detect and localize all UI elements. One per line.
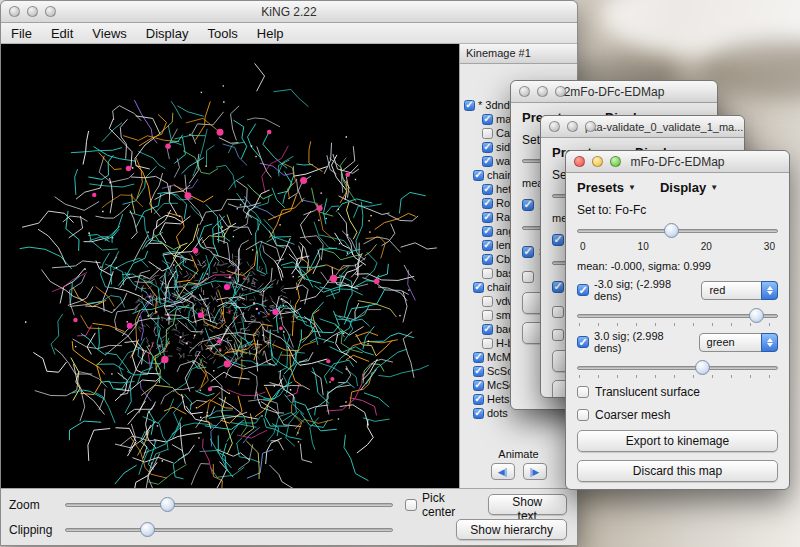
slider-thumb[interactable] (749, 308, 764, 323)
main-titlebar[interactable]: KiNG 2.22 (1, 1, 577, 23)
slider-track (577, 314, 778, 318)
close-button[interactable] (549, 121, 560, 132)
kinemage-tab[interactable]: Kinemage #1 (460, 44, 577, 64)
sigma-checkbox[interactable]: ✓ (552, 234, 564, 246)
checkbox[interactable]: ✓ (473, 380, 484, 391)
minimize-button[interactable] (567, 121, 578, 132)
minimize-button[interactable] (537, 86, 548, 97)
translucent-checkbox[interactable] (552, 306, 564, 318)
zoom-button[interactable] (45, 6, 56, 17)
checkbox[interactable]: ✓ (482, 254, 493, 265)
close-button[interactable] (519, 86, 530, 97)
pick-center-label: Pick center (422, 491, 480, 519)
pos-sigma-row: ✓ 3.0 sig; (2.998 dens) green (577, 330, 778, 354)
menu-tools[interactable]: Tools (207, 26, 237, 41)
checkbox[interactable] (482, 310, 493, 321)
menu-views[interactable]: Views (92, 26, 126, 41)
tick-marks (579, 323, 776, 326)
slider-thumb[interactable] (160, 497, 175, 512)
sigma-checkbox[interactable]: ✓ (552, 281, 564, 293)
menu-display[interactable]: Display (146, 26, 189, 41)
window-controls (519, 81, 566, 102)
slider-track (65, 503, 393, 507)
checkbox[interactable]: ✓ (482, 226, 493, 237)
menu-help[interactable]: Help (257, 26, 284, 41)
show-hierarchy-button[interactable]: Show hierarchy (456, 519, 567, 540)
pick-center-checkbox[interactable] (405, 499, 417, 511)
titlebar[interactable]: pka-validate_0_validate_1_ma... (541, 116, 744, 138)
molecule-viewport[interactable] (1, 44, 459, 488)
translucent-checkbox[interactable] (522, 271, 534, 283)
checkbox[interactable]: ✓ (473, 408, 484, 419)
titlebar[interactable]: 2mFo-DFc-EDMap (511, 81, 717, 103)
checkbox[interactable]: ✓ (482, 156, 493, 167)
export-button[interactable]: Export to kinemage (577, 430, 778, 452)
checkbox[interactable] (482, 296, 493, 307)
popup-arrows-icon (761, 281, 778, 300)
neg-sigma-slider[interactable] (577, 308, 778, 324)
checkbox[interactable] (482, 268, 493, 279)
menu-edit[interactable]: Edit (51, 26, 73, 41)
molecule-render (1, 44, 459, 488)
menu-file[interactable]: File (11, 26, 32, 41)
titlebar[interactable]: mFo-DFc-EDMap (566, 151, 789, 173)
coarser-checkbox[interactable] (577, 409, 589, 421)
zoom-label: Zoom (9, 498, 57, 512)
show-text-button[interactable]: Show text (488, 494, 567, 515)
checkbox[interactable]: ✓ (473, 366, 484, 377)
checkbox[interactable]: ✓ (464, 100, 475, 111)
checkbox[interactable]: ✓ (482, 198, 493, 209)
zoom-button[interactable] (585, 121, 596, 132)
contour-slider[interactable] (577, 223, 778, 239)
clipping-slider[interactable] (65, 522, 393, 538)
zoom-button[interactable] (555, 86, 566, 97)
animate-back-button[interactable]: ◀| (491, 463, 515, 480)
neg-sigma-label: -3.0 sig; (-2.998 dens) (594, 278, 696, 302)
minimize-button[interactable] (27, 6, 38, 17)
checkbox[interactable]: ✓ (482, 324, 493, 335)
popup-arrows-icon (761, 333, 778, 352)
display-menu[interactable]: Display▼ (660, 180, 718, 195)
close-button[interactable] (574, 156, 585, 167)
sigma-checkbox[interactable]: ✓ (522, 199, 534, 211)
checkbox[interactable]: ✓ (482, 114, 493, 125)
window-controls (9, 1, 56, 22)
animate-section: Animate ◀| |▶ (460, 446, 577, 488)
zoom-slider[interactable] (65, 497, 393, 513)
animate-forward-button[interactable]: |▶ (523, 463, 547, 480)
slider-thumb[interactable] (695, 360, 710, 375)
close-button[interactable] (9, 6, 20, 17)
slider-thumb[interactable] (140, 522, 155, 537)
checkbox[interactable]: ✓ (482, 184, 493, 195)
tick-label: 10 (638, 241, 649, 252)
slider-thumb[interactable] (664, 223, 679, 238)
presets-menu[interactable]: Presets▼ (577, 180, 636, 195)
discard-button[interactable]: Discard this map (577, 460, 778, 482)
checkbox[interactable] (482, 338, 493, 349)
main-menubar: File Edit Views Display Tools Help (1, 23, 577, 44)
checkbox[interactable]: ✓ (482, 212, 493, 223)
checkbox[interactable]: ✓ (473, 282, 484, 293)
minimize-button[interactable] (592, 156, 603, 167)
coarser-checkbox[interactable] (552, 329, 564, 341)
checkbox[interactable]: ✓ (473, 170, 484, 181)
translucent-row: Translucent surface (577, 385, 778, 399)
sigma-checkbox[interactable]: ✓ (522, 246, 534, 258)
checkbox[interactable]: ✓ (482, 142, 493, 153)
pos-sigma-slider[interactable] (577, 360, 778, 376)
translucent-checkbox[interactable] (577, 386, 589, 398)
pos-color-select[interactable]: green (699, 333, 778, 352)
window-controls (574, 151, 621, 172)
checkbox[interactable]: ✓ (473, 394, 484, 405)
pos-sigma-label: 3.0 sig; (2.998 dens) (594, 330, 694, 354)
neg-color-select[interactable]: red (701, 281, 778, 300)
dialog-menubar: Presets▼ Display▼ (577, 177, 778, 199)
checkbox[interactable] (482, 128, 493, 139)
zoom-button[interactable] (610, 156, 621, 167)
pick-center-control[interactable]: Pick center (405, 491, 480, 519)
checkbox[interactable]: ✓ (482, 240, 493, 251)
pos-sigma-checkbox[interactable]: ✓ (577, 336, 589, 348)
neg-sigma-checkbox[interactable]: ✓ (577, 284, 589, 296)
checkbox[interactable]: ✓ (473, 352, 484, 363)
coarser-row: Coarser mesh (577, 408, 778, 422)
